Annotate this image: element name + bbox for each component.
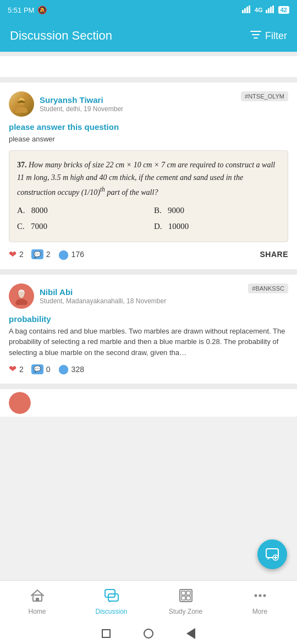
more-icon [253, 589, 267, 605]
compose-fab[interactable] [257, 539, 287, 569]
home-button[interactable] [144, 629, 153, 638]
svg-point-27 [263, 594, 266, 597]
app-header: Discussion Section Filter [0, 20, 297, 52]
page-title: Discussion Section [10, 29, 112, 43]
status-bar: 5:51 PM 🔕 4G 42 [0, 0, 297, 20]
tag-suryansh: #NTSE_OLYM [241, 91, 288, 101]
like-count-suryansh: 2 [19, 250, 24, 259]
filter-button[interactable]: Filter [250, 30, 287, 42]
svg-point-26 [258, 594, 261, 597]
post-text-suryansh: please answer [9, 134, 288, 145]
svg-rect-1 [244, 8, 246, 13]
system-nav-bar [0, 623, 297, 644]
svg-rect-4 [266, 10, 267, 13]
post-footer-nibil: ❤ 2 💬 0 ⬤ 328 [9, 363, 288, 375]
nav-more-label: More [252, 608, 267, 615]
bottom-navigation: Home Discussion Study Zone [0, 580, 297, 623]
view-icon: ⬤ [58, 249, 69, 260]
recents-button[interactable] [102, 629, 111, 638]
svg-rect-3 [249, 6, 250, 13]
comment-stat-nibil[interactable]: 💬 0 [31, 364, 51, 374]
svg-rect-7 [272, 6, 274, 13]
card-header-suryansh: Suryansh Tiwari Student, delhi, 19 Novem… [9, 91, 288, 117]
option-b: B. 9000 [154, 204, 280, 218]
svg-rect-6 [270, 7, 272, 13]
comment-count-suryansh: 2 [46, 250, 51, 259]
post-card-nibil: Nibil Abi Student, Madanayakanahalli, 18… [0, 275, 297, 384]
status-right: 4G 42 [242, 6, 289, 15]
svg-rect-21 [182, 591, 185, 595]
user-meta-nibil: Student, Madanayakanahalli, 18 November [40, 297, 166, 305]
avatar-suryansh [9, 91, 34, 117]
view-icon-nibil: ⬤ [58, 363, 69, 375]
user-meta-suryansh: Student, delhi, 19 November [40, 105, 123, 113]
svg-point-9 [15, 107, 28, 113]
like-count-nibil: 2 [19, 365, 24, 374]
view-stat-nibil: ⬤ 328 [58, 363, 84, 375]
svg-rect-23 [182, 596, 185, 600]
svg-rect-2 [246, 7, 248, 13]
comment-icon-nibil: 💬 [31, 364, 43, 374]
heart-icon: ❤ [9, 249, 16, 260]
svg-rect-5 [268, 8, 270, 13]
view-count-nibil: 328 [72, 365, 84, 374]
svg-point-25 [254, 594, 257, 597]
signal-icon [242, 6, 252, 15]
avatar-partial [9, 392, 31, 414]
battery-indicator: 42 [278, 6, 289, 14]
user-info-left-nibil: Nibil Abi Student, Madanayakanahalli, 18… [9, 283, 166, 309]
nav-studyzone-label: Study Zone [169, 608, 202, 615]
4g-icon: 4G [255, 7, 263, 13]
question-number: 37. [17, 161, 27, 169]
user-name-nibil: Nibil Abi [40, 287, 166, 297]
status-left: 5:51 PM 🔕 [8, 6, 47, 14]
post-stats-nibil: ❤ 2 💬 0 ⬤ 328 [9, 363, 84, 375]
user-info-left: Suryansh Tiwari Student, delhi, 19 Novem… [9, 91, 123, 117]
comment-icon: 💬 [31, 249, 43, 259]
post-text-nibil: A bag contains red and blue marbles. Two… [9, 326, 288, 358]
svg-rect-24 [186, 596, 190, 600]
like-stat-nibil[interactable]: ❤ 2 [9, 363, 24, 375]
heart-icon-nibil: ❤ [9, 363, 16, 375]
share-button-suryansh[interactable]: SHARE [260, 250, 288, 259]
svg-rect-22 [186, 591, 190, 595]
post-title-nibil: probability [9, 314, 288, 324]
option-c: C. 7000 [17, 220, 143, 234]
svg-point-12 [15, 299, 28, 305]
post-stats-suryansh: ❤ 2 💬 2 ⬤ 176 [9, 249, 84, 260]
user-details-nibil: Nibil Abi Student, Madanayakanahalli, 18… [40, 287, 166, 305]
svg-rect-0 [242, 10, 244, 13]
option-d: D. 10000 [154, 220, 280, 234]
partial-card-top [0, 56, 297, 77]
home-icon [30, 589, 45, 605]
post-title-suryansh: please answer this question [9, 122, 288, 132]
like-stat-suryansh[interactable]: ❤ 2 [9, 249, 24, 260]
nav-discussion-label: Discussion [95, 608, 127, 615]
studyzone-icon [179, 589, 193, 605]
question-options: A. 8000 B. 9000 C. 7000 D. 10000 [17, 204, 280, 234]
nav-more[interactable]: More [223, 589, 297, 615]
comment-count-nibil: 0 [46, 365, 51, 374]
question-body: How many bricks of size 22 cm × 10 cm × … [17, 161, 275, 197]
post-card-suryansh: Suryansh Tiwari Student, delhi, 19 Novem… [0, 83, 297, 269]
filter-label: Filter [265, 30, 287, 42]
post-footer-suryansh: ❤ 2 💬 2 ⬤ 176 SHARE [9, 249, 288, 260]
nav-studyzone[interactable]: Study Zone [148, 589, 223, 615]
discussion-icon [105, 589, 119, 605]
back-button[interactable] [186, 628, 195, 639]
comment-stat-suryansh[interactable]: 💬 2 [31, 249, 51, 259]
user-details-suryansh: Suryansh Tiwari Student, delhi, 19 Novem… [40, 95, 123, 113]
svg-rect-17 [36, 598, 39, 601]
nav-home[interactable]: Home [0, 589, 74, 615]
card-header-nibil: Nibil Abi Student, Madanayakanahalli, 18… [9, 283, 288, 309]
nav-discussion[interactable]: Discussion [74, 589, 148, 615]
signal2-icon [266, 6, 276, 15]
question-image-suryansh: 37. How many bricks of size 22 cm × 10 c… [9, 150, 288, 242]
option-a: A. 8000 [17, 204, 143, 218]
avatar-nibil [9, 283, 34, 309]
nav-home-label: Home [28, 608, 46, 615]
partial-card-bottom [0, 389, 297, 417]
posts-list: Suryansh Tiwari Student, delhi, 19 Novem… [0, 52, 297, 417]
silent-icon: 🔕 [37, 6, 47, 14]
status-time: 5:51 PM [8, 6, 34, 14]
